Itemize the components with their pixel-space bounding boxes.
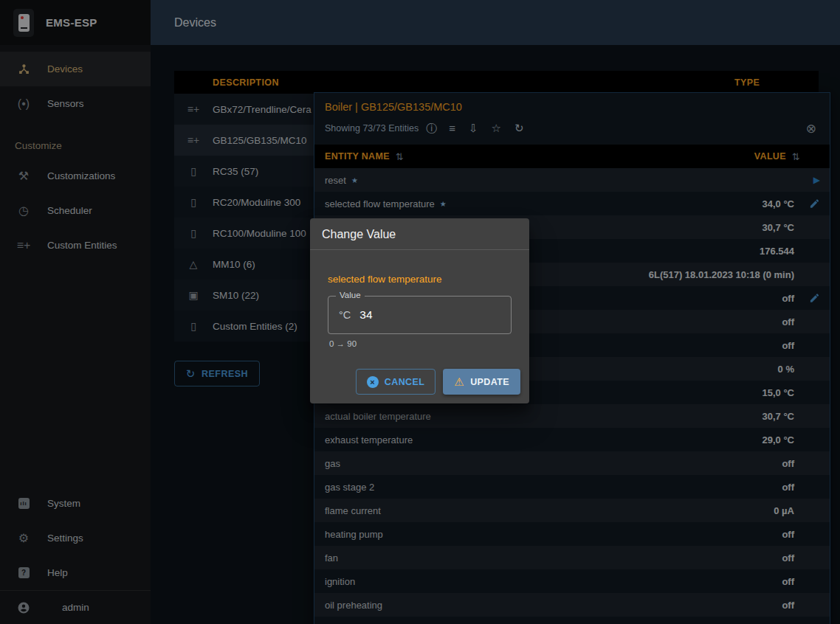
value-range-hint: 0 → 90 bbox=[329, 339, 512, 348]
value-unit: °C bbox=[339, 309, 351, 321]
update-button[interactable]: ⚠ UPDATE bbox=[443, 369, 520, 395]
value-field-label: Value bbox=[336, 291, 365, 299]
dialog-title: Change Value bbox=[310, 218, 529, 250]
warning-icon: ⚠ bbox=[454, 375, 464, 389]
value-input[interactable] bbox=[359, 308, 470, 322]
dialog-body: selected flow temperature Value °C 0 → 9… bbox=[310, 250, 529, 348]
update-label: UPDATE bbox=[470, 377, 509, 387]
cancel-label: CANCEL bbox=[385, 377, 424, 387]
cancel-button[interactable]: × CANCEL bbox=[356, 369, 436, 395]
value-field[interactable]: Value °C bbox=[328, 296, 512, 334]
dialog-entity-name: selected flow temperature bbox=[328, 274, 512, 285]
dialog-actions: × CANCEL ⚠ UPDATE bbox=[310, 348, 529, 403]
change-value-dialog: Change Value selected flow temperature V… bbox=[310, 218, 529, 403]
screen: EMS-ESP Devices(•)Sensors Customize ⚒Cus… bbox=[0, 0, 840, 624]
cancel-icon: × bbox=[367, 376, 379, 388]
